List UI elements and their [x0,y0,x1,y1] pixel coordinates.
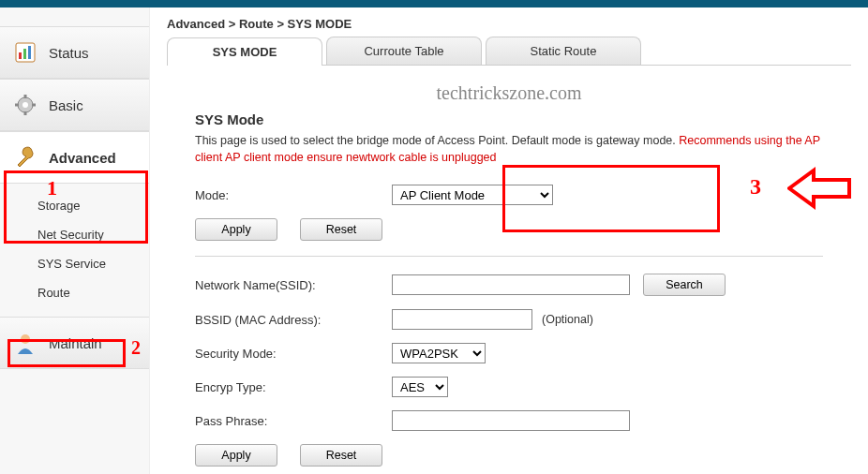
sidebar: Status Basic Advanced Storage Net Securi… [0,7,150,474]
svg-rect-3 [28,46,31,59]
svg-point-10 [21,334,30,344]
tab-curroute-table[interactable]: Curroute Table [326,37,482,65]
search-button[interactable]: Search [643,274,726,296]
sidebar-item-basic[interactable]: Basic [0,79,149,131]
sidebar-sub-route[interactable]: Route [0,278,149,307]
bssid-optional-note: (Optional) [542,313,593,326]
sidebar-submenu: Storage Net Security SYS Service Route [0,184,149,317]
security-mode-select[interactable]: WPA2PSK [392,343,486,363]
security-mode-label: Security Mode: [195,347,392,361]
chart-icon [13,40,37,65]
sidebar-item-advanced[interactable]: Advanced [0,131,149,184]
ssid-input[interactable] [392,274,630,295]
apply-button[interactable]: Apply [195,218,277,241]
passphrase-label: Pass Phrase: [195,414,392,428]
section-description: This page is used to select the bridge m… [195,133,823,166]
encryp-type-label: Encryp Type: [195,380,392,394]
sidebar-item-label: Maintain [49,335,102,351]
sidebar-item-label: Advanced [49,150,116,166]
sidebar-sub-sys-service[interactable]: SYS Service [0,249,149,278]
ssid-label: Network Name(SSID): [195,278,392,292]
bssid-input[interactable] [392,309,532,330]
sidebar-item-label: Basic [49,97,83,113]
tab-static-route[interactable]: Static Route [486,37,641,65]
top-bar [0,0,868,7]
passphrase-input[interactable] [392,410,630,431]
reset-button-2[interactable]: Reset [300,444,382,467]
encryp-type-select[interactable]: AES [392,377,448,397]
apply-button-2[interactable]: Apply [195,444,277,467]
bssid-label: BSSID (MAC Address): [195,313,392,327]
section-title: SYS Mode [195,111,823,127]
user-icon [13,331,37,355]
breadcrumb: Advanced > Route > SYS MODE [167,17,851,31]
gear-icon [13,93,37,117]
svg-rect-1 [19,52,22,59]
desc-text: This page is used to select the bridge m… [195,134,679,147]
tab-sys-mode[interactable]: SYS MODE [167,37,322,66]
mode-label: Mode: [195,188,392,202]
mode-select[interactable]: AP Client Mode [392,185,553,205]
watermark-text: techtrickszone.com [195,82,823,104]
svg-rect-2 [23,49,26,59]
divider [195,256,823,257]
tab-bar: SYS MODE Curroute Table Static Route [167,37,851,66]
sidebar-item-maintain[interactable]: Maintain [0,317,149,369]
main-content: Advanced > Route > SYS MODE SYS MODE Cur… [150,7,868,474]
svg-point-5 [22,102,28,108]
sidebar-item-status[interactable]: Status [0,26,149,79]
sidebar-sub-net-security[interactable]: Net Security [0,220,149,249]
reset-button[interactable]: Reset [300,218,382,241]
wrench-icon [13,145,37,170]
sidebar-item-label: Status [49,45,89,61]
sidebar-sub-storage[interactable]: Storage [0,191,149,220]
